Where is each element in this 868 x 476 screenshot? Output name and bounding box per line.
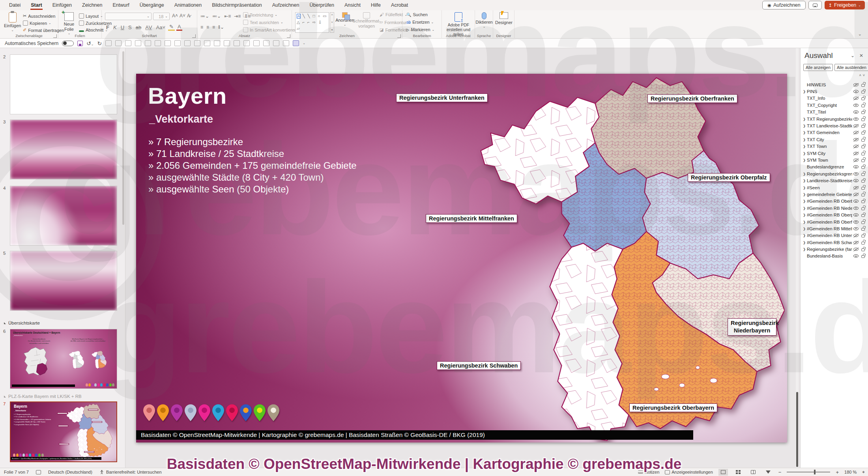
section-header-plz5[interactable]: PLZ-5-Karte Bayern mit LK/SK + RB — [4, 394, 82, 399]
chevron-right-icon[interactable]: ❯ — [803, 241, 807, 245]
menu-item-entwurf[interactable]: Entwurf — [107, 1, 134, 9]
slide-thumbnail-2[interactable] — [10, 54, 117, 114]
map-pin-5[interactable] — [198, 404, 210, 423]
collapse-ribbon-icon[interactable]: ⌄ — [858, 32, 862, 37]
shape-gallery[interactable]: A ╲ ╲ □ ○ ▭△ ⌐ ⌐ ⇨ ⇩ ▱✎ ⌒ { } ☆ ▾ — [295, 12, 329, 33]
selection-item-11[interactable]: ❯SYM City — [801, 150, 868, 157]
move-up-icon[interactable]: ˄ — [859, 73, 861, 77]
designer-button[interactable]: Designer — [495, 12, 513, 25]
chevron-right-icon[interactable]: ❯ — [803, 172, 807, 176]
copy-button[interactable]: Kopieren⌄ — [23, 21, 51, 26]
dialog-launcher-icon[interactable] — [192, 34, 196, 38]
unlock-icon[interactable] — [861, 242, 865, 245]
visibility-on-icon[interactable] — [853, 207, 859, 210]
accessibility-status[interactable]: Barrierefreiheit: Untersuchen — [99, 470, 162, 474]
save-icon[interactable] — [77, 41, 83, 46]
align-right-button[interactable]: ≡ — [212, 24, 215, 30]
chevron-right-icon[interactable]: ❯ — [803, 247, 807, 251]
map-pin-9[interactable] — [254, 404, 266, 423]
italic-button[interactable]: K — [112, 24, 118, 30]
ungroup-objects-icon[interactable] — [115, 40, 122, 46]
indent-increase-button[interactable]: ⇥≡ — [234, 13, 241, 19]
unlock-icon[interactable] — [861, 166, 865, 169]
group-objects-icon[interactable] — [105, 40, 112, 46]
move-icon[interactable] — [214, 40, 220, 46]
selection-item-26[interactable]: Bundesland-Basis — [801, 253, 868, 259]
map-label-niederbayern[interactable]: Regierungsbezirk Niederbayern — [728, 318, 776, 336]
unlock-icon[interactable] — [861, 97, 865, 100]
zoom-slider[interactable] — [787, 472, 830, 472]
chevron-right-icon[interactable]: ❯ — [803, 151, 807, 155]
reading-view-button[interactable] — [748, 469, 758, 476]
strikethrough-button[interactable]: ab — [135, 24, 142, 30]
map-label-oberpfalz[interactable]: Regierungsbezirk Oberpfalz — [688, 173, 770, 182]
unlock-icon[interactable] — [861, 84, 865, 87]
font-name-combobox[interactable]: ⌄ — [105, 13, 152, 20]
slide-thumbnail-7-selected[interactable]: Bayern _Vektorkarte » 7 Regierungsbezirk… — [10, 401, 117, 462]
chevron-right-icon[interactable]: ❯ — [803, 117, 807, 121]
textbox-shape-icon[interactable]: A — [297, 14, 301, 19]
hide-all-button[interactable]: Alle ausblenden — [834, 64, 868, 71]
canvas-scrollbar[interactable] — [796, 48, 799, 468]
unlock-icon[interactable] — [861, 105, 865, 107]
unlock-icon[interactable] — [861, 221, 865, 224]
visibility-off-icon[interactable] — [853, 241, 859, 244]
unlock-icon[interactable] — [861, 180, 865, 183]
record-button[interactable]: ◉ Aufzeichnen — [762, 1, 805, 9]
visibility-off-icon[interactable] — [853, 97, 859, 100]
share-button[interactable]: ↥ Freigeben ⌄ — [825, 1, 865, 9]
visibility-off-icon[interactable] — [853, 152, 859, 155]
visibility-off-icon[interactable] — [853, 145, 859, 148]
pin-row[interactable] — [143, 404, 279, 423]
align-center-button[interactable]: ≡ — [206, 24, 209, 30]
selection-item-4[interactable]: TXT_Copyright — [801, 102, 868, 108]
visibility-off-icon[interactable] — [853, 131, 859, 134]
selection-pane-icon[interactable] — [293, 40, 299, 46]
shape-outline-icon[interactable] — [155, 40, 161, 46]
autosave-toggle[interactable] — [62, 41, 74, 46]
selection-item-13[interactable]: Bundeslandgrenze — [801, 164, 868, 170]
selection-item-6[interactable]: ❯TXT Regierungsbezirke — [801, 116, 868, 122]
chevron-right-icon[interactable]: ❯ — [803, 138, 807, 142]
selection-item-15[interactable]: ❯Landkreise-Stadtkreise (ohn… — [801, 177, 868, 184]
map-pin-10[interactable] — [268, 404, 279, 423]
unlock-icon[interactable] — [861, 132, 865, 134]
map-pin-3[interactable] — [171, 404, 183, 423]
unlock-icon[interactable] — [861, 139, 865, 142]
qat-overflow-icon[interactable]: ⌄ — [303, 41, 305, 45]
bring-forward-icon[interactable] — [125, 40, 131, 46]
unlock-icon[interactable] — [861, 194, 865, 196]
chevron-right-icon[interactable]: ❯ — [803, 233, 807, 237]
numbered-list-button[interactable]: ≕⌄ — [212, 13, 221, 19]
zoom-in-button[interactable]: + — [836, 469, 839, 475]
visibility-on-icon[interactable] — [853, 220, 859, 224]
cut-button[interactable]: ✂Ausschneiden — [23, 13, 55, 19]
visibility-off-icon[interactable] — [853, 186, 859, 189]
selection-item-24[interactable]: ❯#Gemeinden RB Schwaben — [801, 239, 868, 246]
align-objects-icon[interactable] — [234, 40, 240, 46]
visibility-on-icon[interactable] — [853, 179, 859, 182]
selection-item-12[interactable]: ❯SYM Town — [801, 157, 868, 163]
find-button[interactable]: 🔍Suchen — [406, 12, 428, 17]
slide-thumbnail-5[interactable] — [10, 251, 117, 311]
visibility-on-icon[interactable] — [853, 227, 859, 230]
colors-icon[interactable] — [263, 40, 269, 46]
zoom-out-button[interactable]: − — [778, 469, 782, 475]
menu-item-einfügen[interactable]: Einfügen — [47, 1, 77, 9]
chevron-right-icon[interactable]: ❯ — [803, 213, 807, 217]
display-icon[interactable] — [36, 470, 41, 474]
slide-bullet-list[interactable]: » 7 Regierungsbezirke» 71 Landkreise / 2… — [148, 136, 357, 195]
selection-item-17[interactable]: ❯gemeindefreie Gebiete — [801, 191, 868, 198]
map-pin-2[interactable] — [157, 404, 169, 423]
unlock-icon[interactable] — [861, 153, 865, 155]
replace-button[interactable]: abErsetzen⌄ — [406, 20, 434, 24]
quick-styles-button[interactable]: Schnellformat-vorlagen — [354, 12, 379, 28]
font-grow-shrink[interactable]: A˄A˅A̷ — [172, 13, 190, 19]
move-down-icon[interactable]: ˅ — [863, 73, 865, 77]
selection-item-20[interactable]: ❯#Gemeinden RB Oberpfalz — [801, 211, 868, 218]
menu-item-ansicht[interactable]: Ansicht — [339, 1, 366, 9]
chevron-right-icon[interactable]: ❯ — [803, 131, 807, 134]
unlock-icon[interactable] — [861, 248, 865, 251]
redo-button[interactable]: ↻ — [97, 40, 102, 47]
visibility-on-icon[interactable] — [853, 254, 859, 258]
